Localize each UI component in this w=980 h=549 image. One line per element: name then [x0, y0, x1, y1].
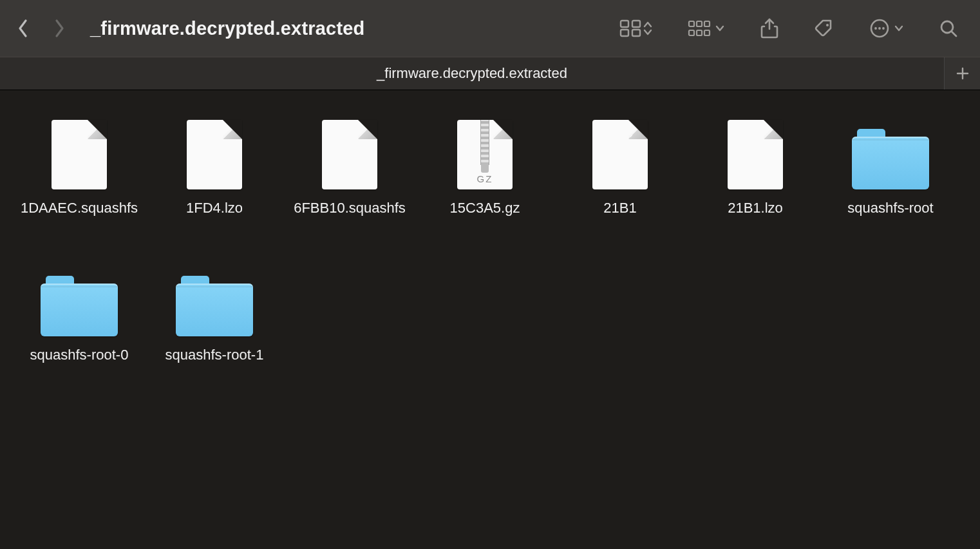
folder-item[interactable]: squashfs-root: [823, 112, 958, 217]
folder-item[interactable]: squashfs-root-0: [12, 259, 147, 363]
grid-icon: [619, 19, 641, 37]
tab-current[interactable]: _firmware.decrypted.extracted: [0, 57, 944, 90]
tags-button[interactable]: [814, 18, 834, 39]
file-grid: 1DAAEC.squashfs1FD4.lzo6FBB10.squashfsGZ…: [0, 90, 980, 549]
nav-buttons: [14, 15, 68, 41]
ellipsis-circle-icon: [869, 18, 890, 39]
svg-rect-8: [697, 30, 702, 35]
group-grid-icon: [688, 19, 711, 37]
forward-button[interactable]: [50, 15, 68, 41]
svg-rect-7: [689, 30, 694, 35]
plus-icon: [956, 66, 970, 81]
svg-rect-9: [704, 30, 710, 35]
svg-rect-4: [689, 21, 694, 26]
item-label: 15C3A5.gz: [450, 200, 520, 217]
toolbar: _firmware.decrypted.extracted: [0, 0, 980, 57]
up-down-chevron-icon: [643, 19, 653, 37]
tabstrip: _firmware.decrypted.extracted: [0, 57, 980, 90]
more-actions-button[interactable]: [869, 18, 904, 39]
generic-file-icon: [176, 112, 253, 189]
finder-window: _firmware.decrypted.extracted: [0, 0, 980, 549]
chevron-left-icon: [17, 19, 29, 38]
group-button[interactable]: [688, 19, 725, 37]
item-label: 1DAAEC.squashfs: [21, 200, 138, 217]
item-label: 21B1: [603, 200, 636, 217]
svg-rect-0: [621, 21, 628, 27]
svg-point-13: [878, 27, 881, 30]
folder-icon: [176, 259, 253, 336]
item-label: squashfs-root-0: [30, 347, 129, 363]
file-item[interactable]: 1DAAEC.squashfs: [12, 112, 147, 217]
archive-file-icon: GZ: [446, 112, 523, 189]
search-icon: [939, 19, 958, 38]
file-item[interactable]: 21B1: [552, 112, 688, 217]
view-mode-button[interactable]: [619, 19, 653, 37]
svg-rect-6: [704, 21, 710, 26]
generic-file-icon: [41, 112, 118, 189]
search-button[interactable]: [939, 19, 958, 38]
folder-icon: [852, 112, 929, 189]
item-label: squashfs-root: [847, 200, 933, 217]
share-icon: [760, 17, 779, 39]
svg-rect-3: [632, 30, 640, 36]
item-label: 21B1.lzo: [728, 200, 783, 217]
svg-rect-2: [621, 30, 628, 36]
toolbar-actions: [619, 17, 966, 39]
file-item[interactable]: 1FD4.lzo: [147, 112, 282, 217]
folder-icon: [41, 259, 118, 336]
generic-file-icon: [311, 112, 388, 189]
file-item[interactable]: GZ15C3A5.gz: [417, 112, 552, 217]
svg-rect-1: [632, 21, 640, 27]
item-label: 6FBB10.squashfs: [294, 200, 406, 217]
item-label: 1FD4.lzo: [186, 200, 243, 217]
share-button[interactable]: [760, 17, 779, 39]
file-type-tag: GZ: [457, 173, 513, 184]
window-title: _firmware.decrypted.extracted: [90, 18, 364, 39]
new-tab-button[interactable]: [944, 57, 980, 90]
svg-rect-5: [697, 21, 702, 26]
svg-point-10: [826, 24, 829, 26]
back-button[interactable]: [14, 15, 32, 41]
folder-item[interactable]: squashfs-root-1: [147, 259, 282, 363]
svg-point-14: [882, 27, 885, 30]
chevron-right-icon: [53, 19, 65, 38]
chevron-down-icon: [715, 23, 725, 34]
tag-icon: [814, 18, 834, 39]
generic-file-icon: [717, 112, 794, 189]
chevron-down-icon: [894, 23, 904, 34]
svg-point-12: [874, 27, 877, 30]
file-item[interactable]: 21B1.lzo: [688, 112, 823, 217]
generic-file-icon: [581, 112, 659, 189]
file-item[interactable]: 6FBB10.squashfs: [282, 112, 417, 217]
item-label: squashfs-root-1: [165, 347, 264, 363]
tab-label: _firmware.decrypted.extracted: [377, 65, 567, 82]
